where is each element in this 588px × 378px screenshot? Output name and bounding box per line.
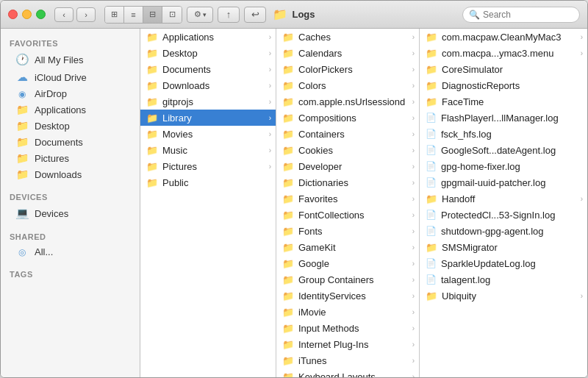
chevron-right-icon: › [412,179,415,187]
list-item[interactable]: 📁 Handoff › [420,190,587,207]
chevron-right-icon: › [412,308,415,316]
list-item[interactable]: 📁 Movies › [140,126,276,142]
list-item[interactable]: 📄 FlashPlayerl...llManager.log [420,110,587,126]
list-item[interactable]: 📁 Calendars › [276,45,419,61]
list-item[interactable]: 📁 SMSMigrator [420,239,587,255]
list-item[interactable]: 📄 shutdown-gpg-agent.log [420,223,587,239]
sidebar-item-icloud-drive[interactable]: ☁ iCloud Drive [4,68,137,86]
list-item[interactable]: 📁 Applications › [140,29,276,45]
list-item[interactable]: 📁 Fonts › [276,223,419,239]
list-item[interactable]: 📁 IdentityServices › [276,288,419,304]
search-input[interactable] [483,10,573,20]
item-label: Colors [298,80,408,91]
list-item[interactable]: 📁 Colors › [276,77,419,93]
column-1: 📁 Applications › 📁 Desktop › 📁 Documents… [140,29,276,377]
chevron-right-icon: › [269,163,271,171]
list-item[interactable]: 📁 com.macpaw.CleanMyMac3 › [420,29,587,45]
list-item[interactable]: 📁 com.apple.nsUrlsessiond › [276,93,419,110]
view-buttons: ⊞ ≡ ⊟ ⊡ [104,6,182,24]
folder-icon: 📁 [426,96,437,107]
maximize-button[interactable] [36,10,46,19]
item-label: gpgmail-uuid-patcher.log [441,177,583,188]
list-item[interactable]: 📁 Containers › [276,126,419,142]
list-item[interactable]: 📁 Cookies › [276,142,419,158]
pictures-icon: 📁 [15,152,29,164]
folder-icon: 📁 [282,307,294,318]
search-box[interactable]: 🔍 [462,7,580,23]
minimize-button[interactable] [22,10,32,19]
folder-icon: 📁 [282,371,294,378]
list-item[interactable]: 📁 DiagnosticReports [420,77,587,93]
chevron-right-icon: › [269,49,271,57]
list-item[interactable]: 📄 GoogleSoft...dateAgent.log [420,142,587,158]
list-item[interactable]: 📁 Input Methods › [276,320,419,336]
list-item[interactable]: 📁 iMovie › [276,304,419,320]
list-item[interactable]: 📁 Public [140,174,276,190]
list-item[interactable]: 📁 Keyboard Layouts › [276,368,419,377]
item-label: Dictionaries [298,177,408,188]
list-item[interactable]: 📄 ProtectedCl...53-SignIn.log [420,207,587,223]
window-title: Logs [292,9,315,20]
list-item[interactable]: 📄 gpgmail-uuid-patcher.log [420,174,587,190]
forward-button[interactable]: › [76,7,96,22]
list-item[interactable]: 📁 Developer › [276,158,419,174]
folder-icon: 📁 [146,145,158,156]
list-item[interactable]: 📁 Caches › [276,29,419,45]
sidebar-item-desktop[interactable]: 📁 Desktop [4,118,137,134]
back-button[interactable]: ‹ [54,7,74,22]
sidebar-item-downloads[interactable]: 📁 Downloads [4,166,137,182]
sidebar-item-all-my-files[interactable]: 🕐 All My Files [4,51,137,68]
item-label: Library [162,113,265,124]
sidebar-item-airdrop[interactable]: ◉ AirDrop [4,86,137,101]
view-column-button[interactable]: ⊟ [143,7,162,23]
list-item[interactable]: 📁 FaceTime [420,93,587,110]
chevron-right-icon: › [412,130,415,138]
list-item[interactable]: 📁 Compositions › [276,110,419,126]
list-item[interactable]: 📁 Desktop › [140,45,276,61]
list-item[interactable]: 📁 Group Containers › [276,271,419,288]
view-list-button[interactable]: ≡ [124,7,143,23]
list-item[interactable]: 📁 CoreSimulator [420,61,587,77]
chevron-right-icon: › [581,195,583,203]
sidebar-item-label: Downloads [35,169,82,180]
folder-icon: 📁 [426,64,437,75]
list-item[interactable]: 📁 Pictures › [140,158,276,174]
list-item[interactable]: 📁 GameKit › [276,239,419,255]
view-icon-button[interactable]: ⊞ [105,7,124,23]
list-item[interactable]: 📁 Music › [140,142,276,158]
close-button[interactable] [8,10,18,19]
list-item[interactable]: 📁 Google › [276,255,419,271]
sidebar-item-documents[interactable]: 📁 Documents [4,134,137,150]
list-item[interactable]: 📁 Library › [140,110,276,126]
folder-icon: 📁 [282,193,294,204]
list-item[interactable]: 📁 Downloads › [140,77,276,93]
sidebar-item-all-shared[interactable]: ◎ All... [4,244,137,260]
list-item[interactable]: 📁 gitprojs › [140,93,276,110]
list-item[interactable]: 📄 fsck_hfs.log [420,126,587,142]
list-item[interactable]: 📄 talagent.log [420,271,587,288]
list-item[interactable]: 📁 FontCollections › [276,207,419,223]
arrange-button[interactable]: ↩ [244,7,266,23]
list-item[interactable]: 📄 gpg-home-fixer.log [420,158,587,174]
sidebar-item-devices[interactable]: 💻 Devices [4,204,137,222]
list-item[interactable]: 📁 Internet Plug-Ins › [276,336,419,352]
list-item[interactable]: 📁 iTunes › [276,352,419,368]
sidebar-item-pictures[interactable]: 📁 Pictures [4,150,137,166]
applications-icon: 📁 [15,104,29,115]
view-cover-button[interactable]: ⊡ [162,7,182,23]
item-label: Keyboard Layouts [298,371,408,378]
traffic-lights [8,10,46,19]
sidebar-item-applications[interactable]: 📁 Applications [4,101,137,118]
list-item[interactable]: 📁 Documents › [140,61,276,77]
list-item[interactable]: 📄 SparkleUpdateLog.log [420,255,587,271]
list-item[interactable]: 📁 Favorites › [276,190,419,207]
chevron-right-icon: › [269,98,271,106]
list-item[interactable]: 📁 Dictionaries › [276,174,419,190]
list-item[interactable]: 📁 ColorPickers › [276,61,419,77]
item-label: Applications [162,32,265,43]
list-item[interactable]: 📁 com.macpa...ymac3.menu › [420,45,587,61]
list-item[interactable]: 📁 Ubiquity › [420,288,587,304]
share-button[interactable]: ↑ [218,7,240,23]
action-button[interactable]: ⚙ ▾ [187,7,213,23]
item-label: Group Containers [298,274,408,285]
